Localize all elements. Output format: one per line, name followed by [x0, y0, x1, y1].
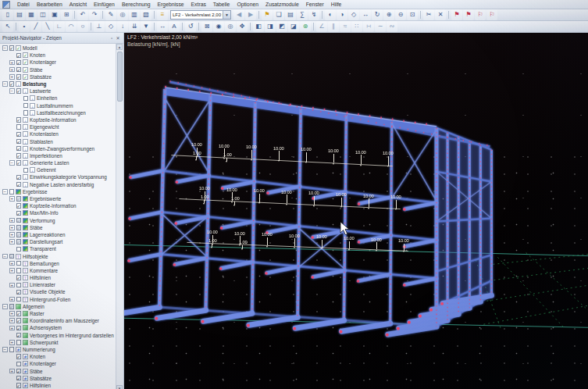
zoom-window-icon[interactable]: ⊠: [201, 21, 212, 32]
visibility-checkbox[interactable]: [9, 45, 15, 51]
zoom-out-icon[interactable]: ⊖: [395, 9, 406, 20]
rotate-view-icon[interactable]: ↻: [372, 9, 383, 20]
pin-view-icon[interactable]: ⚑: [451, 9, 462, 20]
visibility-checkbox[interactable]: [16, 275, 22, 280]
table-icon[interactable]: ▥: [129, 9, 140, 20]
nodal-load-icon[interactable]: ↓: [117, 21, 128, 32]
tree-item-linienraster[interactable]: +⊤Linienraster: [0, 281, 116, 288]
visibility-checkbox[interactable]: [16, 225, 22, 230]
snap-icon[interactable]: ∠: [316, 21, 327, 32]
visibility-checkbox[interactable]: [9, 81, 15, 87]
tree-item-koordinateninfo-am-mauszeiger[interactable]: +Koordinateninfo am Mauszeiger: [0, 317, 116, 324]
tree-item-knoten[interactable]: #Knoten: [0, 353, 116, 360]
redo-icon[interactable]: ↷: [89, 9, 100, 20]
pin-view2-icon[interactable]: ⚑: [463, 9, 474, 20]
tree-item-lastfallbezeichnungen[interactable]: ↓Lastfallbezeichnungen: [0, 109, 116, 116]
visibility-checkbox[interactable]: [16, 124, 22, 130]
visibility-checkbox[interactable]: [16, 218, 22, 223]
loadcase-prev-icon[interactable]: ◀: [233, 9, 244, 20]
view-3d-icon[interactable]: ◇: [348, 9, 359, 20]
select-icon[interactable]: ↖: [2, 21, 13, 32]
text-icon[interactable]: A: [169, 21, 180, 32]
pin-icon[interactable]: ▫: [109, 35, 115, 41]
menu-einf-gen[interactable]: Einfügen: [91, 1, 118, 8]
tree-item-visuelle-objekte[interactable]: ⊤Visuelle Objekte: [0, 288, 116, 295]
tree-item-belastung[interactable]: −↓Belastung: [0, 80, 116, 87]
tree-item-verformung[interactable]: +Verformung: [0, 217, 116, 224]
expander-icon[interactable]: +: [9, 369, 15, 374]
tree-item-negative-lasten-andersfarbig[interactable]: ↓Negative Lasten andersfarbig: [0, 181, 116, 188]
tree-item-hilfslinien[interactable]: ⊤Hilfslinien: [0, 274, 116, 281]
tree-item-hintergrund-folien[interactable]: +⊤Hintergrund-Folien: [0, 296, 116, 303]
expander-icon[interactable]: +: [9, 67, 15, 73]
move-view-icon[interactable]: ↔: [360, 9, 371, 20]
visibility-checkbox[interactable]: [16, 153, 22, 159]
expander-icon[interactable]: +: [9, 60, 15, 66]
shadow-icon[interactable]: ◑: [337, 9, 347, 20]
tree-item-knoten[interactable]: ✓Knoten: [0, 52, 116, 59]
zoom-fit-icon[interactable]: ⊡: [407, 9, 418, 20]
visibility-checkbox[interactable]: [16, 376, 22, 381]
tree-item-kopfzeile-information[interactable]: Kopfzeile-Information: [0, 202, 116, 209]
visibility-checkbox[interactable]: [16, 326, 22, 331]
cut-icon[interactable]: ✂: [423, 9, 434, 20]
expander-icon[interactable]: −: [9, 88, 15, 94]
legend-icon[interactable]: ▤: [285, 9, 296, 20]
tree-item-transparent[interactable]: Transparent: [0, 245, 116, 252]
visibility-checkbox[interactable]: [16, 139, 22, 145]
tree-item-bema-ungen[interactable]: +⊤Bemaßungen: [0, 260, 116, 267]
visibility-checkbox[interactable]: [16, 211, 22, 216]
zoom-in-icon[interactable]: ⊕: [383, 9, 394, 20]
visibility-checkbox[interactable]: [16, 297, 22, 302]
circle-icon[interactable]: ○: [77, 21, 88, 32]
expander-icon[interactable]: −: [2, 189, 8, 194]
visibility-checkbox[interactable]: [23, 103, 29, 109]
tree-item-knoten-zwangsverformungen[interactable]: ↓Knoten-Zwangsverformungen: [0, 145, 116, 152]
delete-icon[interactable]: ✕: [435, 9, 446, 20]
visibility-checkbox[interactable]: [9, 347, 15, 352]
menu-extras[interactable]: Extras: [188, 1, 209, 8]
visibility-checkbox[interactable]: [16, 146, 22, 152]
zoom-icon[interactable]: ◎: [117, 9, 128, 20]
expander-icon[interactable]: +: [9, 283, 15, 288]
menu-ansicht[interactable]: Ansicht: [66, 1, 90, 8]
expander-icon[interactable]: +: [9, 311, 15, 316]
visibility-checkbox[interactable]: [16, 333, 22, 338]
expander-icon[interactable]: +: [9, 268, 15, 273]
tree-item-allgemein[interactable]: −Allgemein: [0, 303, 116, 310]
visibility-checkbox[interactable]: [16, 203, 22, 209]
copy-icon[interactable]: ⊞: [61, 9, 72, 20]
expander-icon[interactable]: +: [9, 232, 15, 237]
tree-item-hilfsobjekte[interactable]: −⊤Hilfsobjekte: [0, 252, 116, 259]
visibility-checkbox[interactable]: [23, 110, 29, 116]
iso-view-icon[interactable]: ◪: [288, 21, 299, 32]
expander-icon[interactable]: +: [9, 239, 15, 244]
visibility-checkbox[interactable]: [16, 383, 22, 388]
visibility-checkbox[interactable]: [16, 232, 22, 237]
area-load-icon[interactable]: ▼: [141, 21, 151, 32]
tree-item-generierte-lasten[interactable]: −↓Generierte Lasten: [0, 159, 116, 166]
pan-icon[interactable]: ✥: [237, 21, 248, 32]
expander-icon[interactable]: −: [2, 254, 8, 259]
tree-item-modell[interactable]: −✓Modell: [0, 45, 116, 52]
ortho-icon[interactable]: ≈: [340, 21, 351, 32]
viewport-3d[interactable]: LF2 : Verkehrslast 2,00 kN/m² Belastung …: [124, 33, 588, 389]
visibility-checkbox[interactable]: [16, 261, 22, 266]
expander-icon[interactable]: +: [9, 297, 15, 302]
loadcase-next-icon[interactable]: ▶: [245, 9, 256, 20]
visibility-checkbox[interactable]: [16, 354, 22, 359]
tree-item-einwirkungskategorie-vorspannung[interactable]: ↓Einwirkungskategorie Vorspannung: [0, 173, 116, 180]
expander-icon[interactable]: −: [2, 45, 8, 51]
close-icon[interactable]: ✕: [115, 35, 121, 41]
arc-icon[interactable]: ◠: [66, 21, 77, 32]
scroll-down-icon[interactable]: ▼: [116, 385, 123, 389]
render-icon[interactable]: ◐: [325, 9, 336, 20]
view-y-icon[interactable]: ◨: [265, 21, 276, 32]
zoom-minus-icon[interactable]: ◎: [225, 21, 236, 32]
menu-fenster[interactable]: Fenster: [303, 1, 327, 8]
menu-bearbeiten[interactable]: Bearbeiten: [34, 1, 66, 8]
visibility-checkbox[interactable]: [16, 132, 22, 137]
menu-optionen[interactable]: Optionen: [233, 1, 262, 8]
scrollbar-thumb[interactable]: [117, 52, 123, 102]
tree-item-imperfektionen[interactable]: ↓Imperfektionen: [0, 152, 116, 159]
